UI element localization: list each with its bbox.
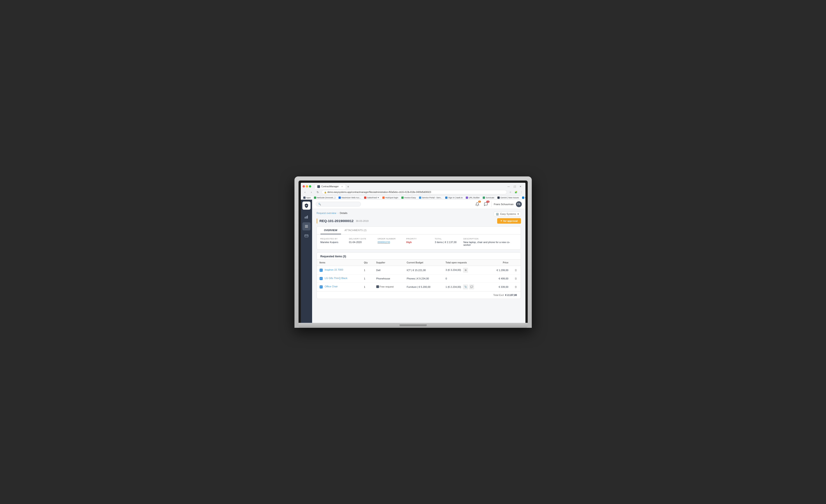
delete-icon-1[interactable]: 🗑 [514, 268, 518, 272]
col-qty: Qty [361, 260, 373, 266]
delete-icon-3[interactable]: 🗑 [514, 285, 518, 289]
bookmark-salesfeed[interactable]: SalesFeed ✦ [363, 196, 380, 199]
bookmark-netsuite[interactable]: NetSuite (Innoveit...) [313, 196, 336, 199]
total-cell: Total 3 items | € 2.137,00 [435, 238, 464, 246]
attach-icon-3[interactable]: 📎 [463, 285, 468, 290]
bookmark-tawkto[interactable]: Sign In | tawk.to [445, 196, 463, 199]
tab-overview[interactable]: OVERVIEW [320, 227, 341, 234]
item-budget-1: ICT | € 15.221,00 [404, 266, 443, 274]
col-items: Items [317, 260, 361, 266]
comment-icon-3[interactable]: 💬 [469, 285, 474, 290]
bookmark-maximizer[interactable]: Maximizer Web Acc... [338, 196, 362, 199]
req-date: 30-03-2019 [356, 219, 368, 222]
bookmark-apps[interactable]: Apps [303, 196, 312, 199]
item-checkbox-2[interactable]: ✓ [319, 277, 323, 280]
bookmark-ms-planner[interactable]: Microsoft Planner [521, 196, 525, 199]
req-id-bar [316, 218, 317, 224]
item-delete-3[interactable]: 🗑 [511, 282, 521, 291]
item-name-3[interactable]: Office Chair [325, 285, 338, 288]
search-bar[interactable]: 🔍 [316, 202, 361, 206]
item-name-2[interactable]: LG G8s ThinQ Black [325, 277, 348, 279]
menu-icon[interactable]: ⋮ [519, 190, 524, 194]
req-id: REQ-101-2019000012 [319, 219, 354, 223]
approval-button[interactable]: ✕ for approval [497, 218, 521, 224]
close-btn[interactable] [303, 185, 305, 188]
total-row: Total Excl € 2.137,00 [317, 291, 521, 299]
bookmarks-bar: Apps NetSuite (Innoveit...) Maximizer We… [301, 196, 525, 199]
item-name-cell: ✓ Office Chair [317, 282, 361, 291]
restore-window-btn[interactable]: ⬜ [512, 184, 517, 189]
req-title: REQ-101-2019000012 30-03-2019 [316, 218, 369, 224]
bookmark-gemini[interactable]: Gemini | New Issues [497, 196, 520, 199]
item-supplier-3: Free request [373, 282, 404, 291]
breadcrumb-parent[interactable]: Request overview [316, 212, 336, 214]
company-badge[interactable]: 🏢 Easy Systems ▾ [494, 212, 521, 216]
item-budget-2: Phones | € 9.234,00 [404, 274, 443, 282]
minimize-btn[interactable] [306, 185, 308, 188]
new-tab-btn[interactable]: + [346, 184, 351, 189]
copy-icon-1[interactable]: ⧉ [463, 268, 468, 273]
message-icon [484, 202, 488, 206]
priority-label: Priority [406, 238, 431, 240]
tab-attachments[interactable]: ATTACHMENTS (2) [341, 227, 370, 234]
bookmark-hubspot[interactable]: HubSpot-login [382, 196, 399, 199]
delete-icon-2[interactable]: 🗑 [514, 276, 518, 280]
forward-btn[interactable]: › [309, 190, 314, 195]
bookmark-invoice-easy[interactable]: Invoice Easy [401, 196, 416, 199]
address-bar[interactable]: 🔒 demo.easysystems.app/contractmanager/f… [321, 190, 507, 194]
table-row: ✓ Office Chair 1 Free request [317, 282, 521, 291]
refresh-btn[interactable]: ↻ [315, 190, 320, 195]
company-name: Easy Systems [500, 212, 516, 215]
company-dropdown-icon: ▾ [518, 212, 519, 215]
search-icon: 🔍 [318, 203, 321, 205]
col-price: Price [488, 260, 511, 266]
total-value: 3 items | € 2.137,00 [435, 241, 460, 244]
col-budget: Current Budget [404, 260, 443, 266]
messages-btn[interactable]: 29 [483, 201, 489, 207]
sidebar-icon-list[interactable] [302, 222, 310, 231]
user-avatar[interactable]: FS [516, 201, 522, 207]
main-content: 🔍 1 29 Frans Schuu [312, 200, 525, 323]
back-btn[interactable]: ‹ [303, 190, 308, 195]
notifications-btn[interactable]: 1 [474, 201, 480, 207]
star-icon[interactable]: ☆ [508, 190, 513, 194]
item-checkbox-3[interactable]: ✓ [319, 285, 323, 289]
laptop-notch [400, 324, 427, 326]
free-request-icon: Free request [376, 285, 394, 288]
item-checkbox-1[interactable]: ✓ [319, 269, 323, 272]
item-name-1[interactable]: Inspiron 15 7000 [325, 268, 343, 271]
logo-icon [304, 203, 309, 208]
requested-by-cell: Requested by Marieke Kuipers [320, 238, 349, 246]
free-req-square [376, 285, 379, 288]
close-window-btn[interactable]: ✕ [518, 184, 523, 189]
bookmark-service-portal[interactable]: Service Portal - Serv... [418, 196, 443, 199]
item-budget-3: Furniture | € 5.200,00 [404, 282, 443, 291]
item-delete-2[interactable]: 🗑 [511, 274, 521, 282]
notifications-badge: 1 [478, 201, 481, 203]
extensions-icon[interactable]: 🧩 [514, 190, 518, 194]
bookmark-url-builder[interactable]: URL Builder [465, 196, 480, 199]
app-logo[interactable] [302, 201, 310, 210]
tab-label: ContractManager [321, 185, 339, 188]
svg-rect-0 [305, 217, 305, 219]
sidebar-icon-card[interactable] [302, 232, 310, 240]
item-price-1: € 1.299,00 [488, 266, 511, 274]
item-qty-3: 1 [361, 282, 373, 291]
bell-icon [475, 202, 479, 206]
item-delete-1[interactable]: 🗑 [511, 266, 521, 274]
maximize-btn[interactable] [309, 185, 311, 188]
tab-row: OVERVIEW ATTACHMENTS (2) [317, 227, 521, 235]
order-number-value[interactable]: 000001233 [377, 241, 403, 244]
order-number-label: Order number [377, 238, 403, 240]
bookmark-survicate[interactable]: Survicate [482, 196, 495, 199]
col-supplier: Supplier [373, 260, 404, 266]
description-value: New laptop, chair and phone for a new co… [463, 241, 513, 246]
tab-close-icon[interactable]: ✕ [341, 185, 343, 188]
browser-tab[interactable]: ContractManager ✕ [314, 184, 346, 189]
minimize-window-btn[interactable]: — [507, 184, 511, 189]
tab-favicon [317, 185, 320, 188]
sidebar-icon-chart[interactable] [302, 213, 310, 221]
url-text: demo.easysystems.app/contractmanager/fil… [328, 191, 431, 193]
order-number-cell: Order number 000001233 [377, 238, 406, 246]
description-label: Description [463, 238, 513, 240]
